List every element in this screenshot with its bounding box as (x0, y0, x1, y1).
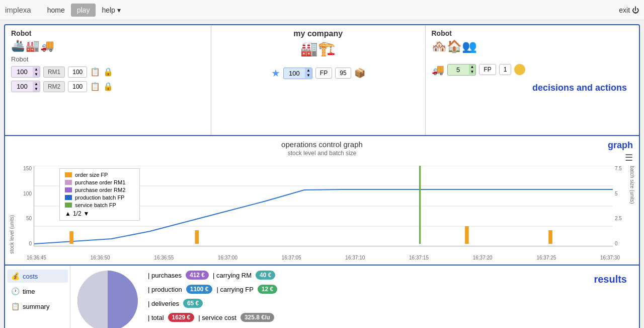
legend-item-order-fp: order size FP (65, 172, 134, 178)
pie-container (77, 271, 138, 328)
badge-service-cost: 325.8 €/u (240, 313, 274, 322)
company-emoji-right: 🏘️🏠👥 (432, 39, 633, 53)
yellow-circle-icon (514, 64, 525, 75)
fp-spinner[interactable]: ▲ ▼ (283, 68, 312, 79)
rm1-spin-value[interactable] (12, 67, 33, 77)
chart-inner: order size FP purchase order RM1 purchas… (34, 166, 613, 246)
results-section: 💰 costs 🕐 time 📋 summary (5, 266, 639, 328)
fp-spin-down[interactable]: ▼ (305, 73, 312, 78)
nav-home[interactable]: home (41, 4, 71, 17)
badge-carrying-fp: 12 € (258, 285, 277, 294)
company-name-middle: my company (217, 29, 419, 38)
robot-fp-spin-value[interactable] (448, 64, 469, 75)
time-label: time (23, 288, 35, 295)
robot-control-row: 🚚 ▲ ▼ FP 1 (432, 63, 633, 76)
rm1-lock-icon[interactable]: 🔒 (103, 67, 113, 77)
badge-carrying-rm: 40 € (256, 271, 275, 280)
robot-fp-spinner[interactable]: ▲ ▼ (447, 64, 476, 76)
rm2-value: 100 (68, 81, 87, 92)
legend-label-svc-fp: service batch FP (75, 202, 116, 208)
time-icon: 🕐 (11, 287, 20, 295)
fp-spin-value[interactable] (284, 68, 305, 79)
robot-fp-spin-down[interactable]: ▼ (469, 70, 476, 75)
rm2-spinner[interactable]: ▲ ▼ (11, 81, 40, 92)
rm1-control-row: ▲ ▼ RM1 100 📋 🔒 (11, 66, 205, 78)
power-icon: ⏻ (632, 6, 639, 14)
robot-fp-spin-up[interactable]: ▲ (469, 64, 476, 70)
brand: implexa (5, 6, 31, 14)
main-container: Robot 🚢🏭🚚 Robot ▲ ▼ RM1 100 📋 🔒 (4, 24, 640, 328)
decisions-section: Robot 🚢🏭🚚 Robot ▲ ▼ RM1 100 📋 🔒 (5, 25, 639, 136)
rm2-spin-down[interactable]: ▼ (33, 87, 40, 92)
svg-rect-8 (548, 230, 552, 244)
cost-row-production: | production 1100 € | carrying FP 12 € (148, 285, 575, 294)
robot-fp-label: FP (479, 64, 496, 75)
company-panel-middle: my company 🏭🏗️ ★ ▲ ▼ FP 95 📦 (211, 25, 426, 135)
star-icon: ★ (271, 67, 280, 79)
badge-production: 1100 € (186, 285, 213, 294)
fp-spin-up[interactable]: ▲ (305, 68, 312, 73)
legend-page: 1/2 (73, 210, 82, 217)
svg-rect-5 (69, 231, 73, 244)
nav-play[interactable]: play (71, 4, 96, 17)
costs-icon: 💰 (11, 272, 20, 280)
truck-icon: 🚚 (432, 63, 444, 76)
legend-item-prod-fp: production batch FP (65, 194, 134, 201)
x-axis-labels: 16:36:45 16:36:50 16:36:55 16:37:00 16:3… (9, 254, 620, 260)
y-axis-right: 7.5 5 2.5 0 (613, 166, 628, 246)
sidebar-item-time[interactable]: 🕐 time (7, 285, 68, 298)
robot-fp-spin-arrows: ▲ ▼ (469, 64, 476, 75)
rm2-spin-up[interactable]: ▲ (33, 82, 40, 87)
badge-purchases: 412 € (186, 271, 209, 280)
badge-total: 1629 € (168, 313, 195, 322)
rm1-value: 100 (68, 67, 87, 78)
decisions-label: decisions and actions (432, 79, 633, 97)
graph-section: operations control graph stock level and… (5, 136, 639, 266)
y-left-label: stock level (units) (9, 166, 16, 254)
results-label: results (588, 270, 633, 289)
company-name-right: Robot (432, 29, 633, 37)
rm1-spin-down[interactable]: ▼ (33, 72, 40, 77)
rm1-spin-up[interactable]: ▲ (33, 67, 40, 72)
legend-color-po-rm1 (65, 180, 72, 185)
sidebar-item-costs[interactable]: 💰 costs (7, 270, 68, 283)
nav-exit[interactable]: exit ⏻ (619, 6, 639, 14)
legend-next-icon[interactable]: ▼ (84, 210, 90, 217)
costs-label: costs (23, 273, 38, 280)
svg-rect-6 (195, 230, 199, 244)
rm2-spin-value[interactable] (12, 81, 33, 92)
sidebar-item-summary[interactable]: 📋 summary (7, 300, 68, 313)
rm2-lock-icon[interactable]: 🔒 (103, 82, 113, 91)
cost-row-deliveries: | deliveries 65 € (148, 299, 575, 308)
legend-item-po-rm2: purchase order RM2 (65, 187, 134, 193)
legend-nav: ▲ 1/2 ▼ (65, 210, 134, 217)
rm2-copy-icon[interactable]: 📋 (90, 82, 100, 91)
svg-rect-7 (465, 226, 469, 244)
nav-help[interactable]: help (96, 4, 126, 17)
legend-color-order-fp (65, 172, 72, 177)
y-right-label: batch size (units) (628, 166, 635, 254)
badge-deliveries: 65 € (183, 299, 203, 308)
chart-area: stock level (units) 150 100 50 0 order s… (9, 161, 635, 254)
company-panel-left: Robot 🚢🏭🚚 Robot ▲ ▼ RM1 100 📋 🔒 (5, 25, 211, 135)
legend-color-svc-fp (65, 203, 72, 208)
legend: order size FP purchase order RM1 purchas… (59, 168, 140, 221)
company-emoji-left: 🚢🏭🚚 (11, 39, 205, 52)
my-company-control-row: ★ ▲ ▼ FP 95 📦 (217, 67, 419, 79)
fp-value: 95 (335, 68, 351, 79)
legend-item-po-rm1: purchase order RM1 (65, 179, 134, 185)
legend-prev-icon[interactable]: ▲ (65, 210, 71, 217)
company-emoji-middle: 🏭🏗️ (217, 40, 419, 57)
pie-chart (77, 271, 138, 328)
rm1-spinner[interactable]: ▲ ▼ (11, 66, 40, 78)
graph-label: graph (608, 140, 633, 151)
box-icon: 📦 (354, 68, 365, 79)
cost-row-purchases: | purchases 412 € | carrying RM 40 € (148, 271, 575, 280)
cost-rows: | purchases 412 € | carrying RM 40 € | p… (77, 271, 575, 322)
fp-label: FP (315, 68, 332, 79)
rm1-copy-icon[interactable]: 📋 (90, 67, 100, 77)
navbar: implexa home play help exit ⏻ (0, 0, 644, 20)
results-content: | purchases 412 € | carrying RM 40 € | p… (70, 266, 582, 328)
legend-color-prod-fp (65, 195, 72, 200)
rm1-label: RM1 (43, 67, 65, 78)
